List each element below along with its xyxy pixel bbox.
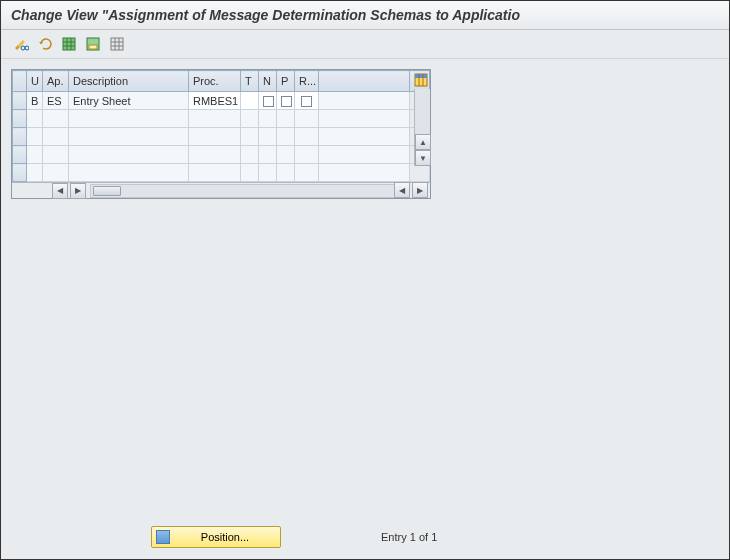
cell-r: [295, 164, 319, 182]
scroll-last-button[interactable]: ▶: [412, 182, 428, 198]
cell-u[interactable]: B: [27, 92, 43, 110]
cell-description: [69, 110, 189, 128]
p-checkbox[interactable]: [281, 96, 292, 107]
svg-point-1: [25, 46, 29, 50]
toolbar: [1, 30, 729, 59]
table-row: [13, 164, 430, 182]
table-row: [13, 110, 430, 128]
cell-ap[interactable]: ES: [43, 92, 69, 110]
cell-p: [277, 128, 295, 146]
save-button[interactable]: [83, 34, 103, 54]
table-row: [13, 128, 430, 146]
entry-status: Entry 1 of 1: [381, 531, 437, 543]
row-selector[interactable]: [13, 164, 27, 182]
scroll-down-button[interactable]: ▼: [415, 150, 431, 166]
col-header-description[interactable]: Description: [69, 71, 189, 92]
cell-n[interactable]: [259, 92, 277, 110]
cell-proc: [189, 164, 241, 182]
cell-pad: [319, 146, 410, 164]
table-container: U Ap. Description Proc. T N P R...: [11, 69, 431, 199]
cell-description: [69, 164, 189, 182]
col-header-u[interactable]: U: [27, 71, 43, 92]
cell-description: [69, 146, 189, 164]
cell-p[interactable]: [277, 92, 295, 110]
scroll-first-button[interactable]: ◀: [52, 183, 68, 199]
position-button[interactable]: Position...: [151, 526, 281, 548]
cell-ap: [43, 146, 69, 164]
cell-pad: [319, 164, 410, 182]
row-selector[interactable]: [13, 92, 27, 110]
col-header-n[interactable]: N: [259, 71, 277, 92]
table-row: [13, 146, 430, 164]
cell-r: [295, 128, 319, 146]
svg-rect-2: [63, 38, 75, 50]
cell-pad: [319, 128, 410, 146]
position-button-label: Position...: [174, 531, 276, 543]
cell-ap: [43, 110, 69, 128]
svg-rect-9: [111, 38, 123, 50]
deselect-all-button[interactable]: [107, 34, 127, 54]
cell-n: [259, 146, 277, 164]
hscroll-track[interactable]: [90, 184, 408, 198]
row-selector-header[interactable]: [13, 71, 27, 92]
vscroll-track[interactable]: [415, 89, 430, 134]
cell-t[interactable]: [241, 92, 259, 110]
cell-pad: [319, 92, 410, 110]
col-header-p[interactable]: P: [277, 71, 295, 92]
cell-proc: [189, 146, 241, 164]
cell-proc: [189, 128, 241, 146]
col-header-ap[interactable]: Ap.: [43, 71, 69, 92]
cell-pad: [319, 110, 410, 128]
position-icon: [156, 530, 170, 544]
scroll-up-button[interactable]: ▲: [415, 134, 431, 150]
scroll-left-button[interactable]: ▶: [70, 183, 86, 199]
cell-r: [295, 110, 319, 128]
cell-p: [277, 146, 295, 164]
cell-u: [27, 164, 43, 182]
pencil-glasses-icon: [13, 36, 29, 52]
cell-t: [241, 110, 259, 128]
col-header-t[interactable]: T: [241, 71, 259, 92]
table-row: BESEntry SheetRMBES1: [13, 92, 430, 110]
grid-select-icon: [61, 36, 77, 52]
vertical-scrollbar[interactable]: ▲ ▼: [414, 89, 430, 166]
cell-p: [277, 110, 295, 128]
cell-u: [27, 146, 43, 164]
cell-r: [295, 146, 319, 164]
select-all-button[interactable]: [59, 34, 79, 54]
cell-p: [277, 164, 295, 182]
header-bar: Change View "Assignment of Message Deter…: [1, 1, 729, 30]
grid-save-icon: [85, 36, 101, 52]
row-endcap: [410, 164, 430, 182]
toggle-edit-button[interactable]: [11, 34, 31, 54]
cell-u: [27, 128, 43, 146]
n-checkbox[interactable]: [263, 96, 274, 107]
cell-description[interactable]: Entry Sheet: [69, 92, 189, 110]
grid-deselect-icon: [109, 36, 125, 52]
scroll-right-button[interactable]: ◀: [394, 182, 410, 198]
horizontal-scrollbar[interactable]: ◀ ▶ ◀ ▶: [12, 182, 430, 198]
col-header-r[interactable]: R...: [295, 71, 319, 92]
assignment-table: U Ap. Description Proc. T N P R...: [12, 70, 430, 182]
cell-n: [259, 164, 277, 182]
cell-ap: [43, 128, 69, 146]
col-header-proc[interactable]: Proc.: [189, 71, 241, 92]
cell-description: [69, 128, 189, 146]
r-checkbox[interactable]: [301, 96, 312, 107]
cell-t: [241, 128, 259, 146]
svg-rect-8: [89, 45, 97, 49]
row-selector[interactable]: [13, 110, 27, 128]
undo-arrow-icon: [37, 36, 53, 52]
cell-proc[interactable]: RMBES1: [189, 92, 241, 110]
cell-n: [259, 128, 277, 146]
hscroll-thumb[interactable]: [93, 186, 121, 196]
page-title: Change View "Assignment of Message Deter…: [11, 7, 520, 23]
undo-button[interactable]: [35, 34, 55, 54]
cell-u: [27, 110, 43, 128]
row-selector[interactable]: [13, 128, 27, 146]
cell-t: [241, 146, 259, 164]
cell-r[interactable]: [295, 92, 319, 110]
col-header-pad: [319, 71, 410, 92]
row-selector[interactable]: [13, 146, 27, 164]
svg-point-0: [21, 46, 25, 50]
